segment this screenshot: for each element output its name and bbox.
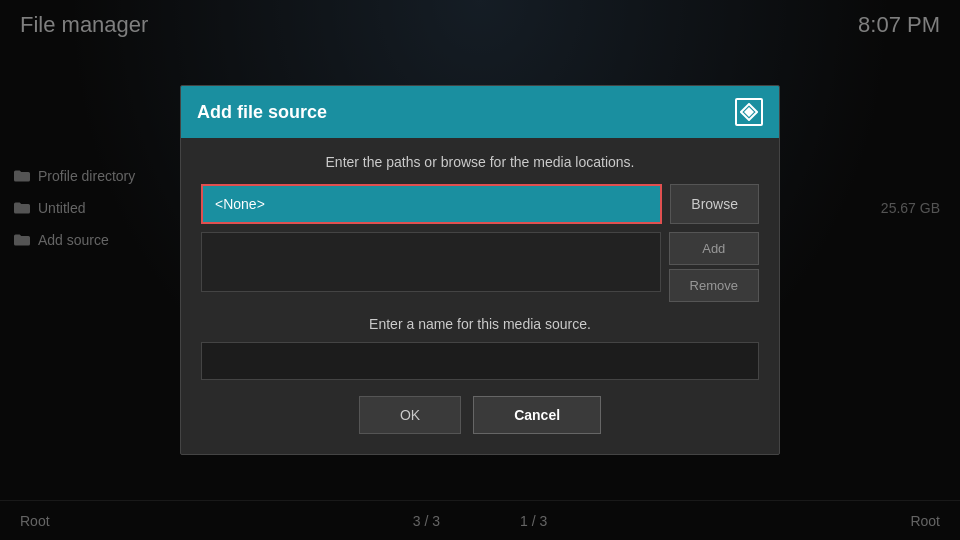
dialog-header: Add file source	[181, 86, 779, 138]
ok-button[interactable]: OK	[359, 396, 461, 434]
path-list-area: Add Remove	[201, 232, 759, 302]
dialog-instruction-2: Enter a name for this media source.	[201, 316, 759, 332]
path-input[interactable]	[201, 184, 662, 224]
dialog-footer: OK Cancel	[201, 396, 759, 438]
modal-overlay: Add file source Enter the paths or brows…	[0, 0, 960, 540]
side-buttons: Add Remove	[669, 232, 759, 302]
add-file-source-dialog: Add file source Enter the paths or brows…	[180, 85, 780, 455]
name-input[interactable]	[201, 342, 759, 380]
dialog-body: Enter the paths or browse for the media …	[181, 138, 779, 454]
add-button[interactable]: Add	[669, 232, 759, 265]
path-list	[201, 232, 661, 292]
dialog-instruction-1: Enter the paths or browse for the media …	[201, 154, 759, 170]
kodi-icon	[740, 103, 758, 121]
dialog-title: Add file source	[197, 102, 327, 123]
browse-button[interactable]: Browse	[670, 184, 759, 224]
path-row: Browse	[201, 184, 759, 224]
remove-button[interactable]: Remove	[669, 269, 759, 302]
kodi-logo-button[interactable]	[735, 98, 763, 126]
cancel-button[interactable]: Cancel	[473, 396, 601, 434]
